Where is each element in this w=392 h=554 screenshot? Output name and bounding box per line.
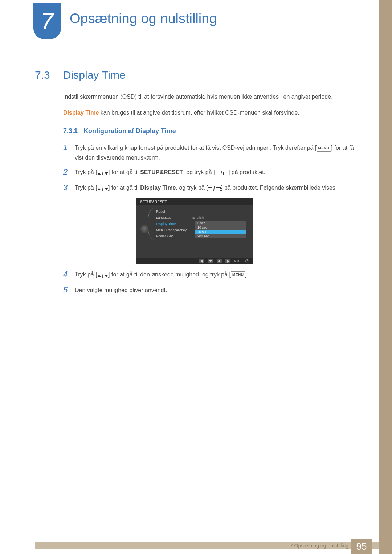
section-title: Display Time bbox=[63, 69, 126, 81]
step-5-number: 5 bbox=[63, 285, 70, 295]
step-1-a: Tryk på en vilkårlig knap forrest på pro… bbox=[75, 145, 317, 151]
source-enter-icon: / bbox=[208, 184, 221, 194]
osd-dropdown-options: 5 sec 10 sec 20 sec 200 sec bbox=[195, 221, 246, 238]
step-3-text: Tryk på [/] for at gå til Display Time, … bbox=[75, 183, 354, 194]
source-enter-icon: / bbox=[215, 168, 228, 178]
osd-nav-left-icon bbox=[199, 259, 204, 263]
step-2-number: 2 bbox=[63, 167, 70, 178]
step-2-a: Tryk på [ bbox=[75, 169, 97, 175]
osd-nav-up-icon bbox=[217, 259, 222, 263]
osd-item-language: Language:English bbox=[150, 214, 250, 221]
step-4-b: ] for at gå til den ønskede mulighed, og… bbox=[108, 271, 231, 278]
step-3-d: ] på produktet. Følgende skærmbillede vi… bbox=[221, 185, 337, 191]
osd-option: 10 sec bbox=[195, 225, 246, 230]
step-3-b: ] for at gå til bbox=[108, 185, 140, 191]
step-1-number: 1 bbox=[63, 143, 70, 163]
gear-icon bbox=[141, 226, 148, 232]
osd-auto-label: AUTO bbox=[234, 260, 242, 262]
side-stripe bbox=[379, 0, 392, 554]
step-3-a: Tryk på [ bbox=[75, 185, 97, 191]
step-4-number: 4 bbox=[63, 270, 70, 281]
intro-paragraph-1: Indstil skærmmenuen (OSD) til at forsvin… bbox=[63, 92, 354, 102]
osd-nav-right-icon bbox=[225, 259, 230, 263]
page-number: 95 bbox=[351, 539, 372, 554]
osd-nav-down-icon bbox=[208, 259, 213, 263]
step-4-a: Tryk på [ bbox=[75, 271, 97, 278]
svg-marker-3 bbox=[227, 260, 229, 263]
step-2-text: Tryk på [/] for at gå til SETUP&RESET, o… bbox=[75, 167, 354, 178]
osd-item-reset: Reset bbox=[150, 208, 250, 214]
step-5-text: Den valgte mulighed bliver anvendt. bbox=[75, 285, 354, 295]
menu-button-icon: MENU bbox=[317, 145, 331, 152]
intro-paragraph-2: Display Time kan bruges til at angive de… bbox=[63, 108, 354, 118]
chapter-tab: 7 bbox=[33, 3, 61, 39]
section-number: 7.3 bbox=[35, 69, 55, 81]
step-2-d: ] på produktet. bbox=[228, 169, 265, 175]
osd-title: SETUP&RESET bbox=[136, 198, 253, 205]
step-3-number: 3 bbox=[63, 183, 70, 194]
intro-p2-rest: kan bruges til at angive det tidsrum, ef… bbox=[99, 110, 299, 116]
step-4: 4 Tryk på [/] for at gå til den ønskede … bbox=[63, 270, 354, 281]
osd-bottom-bar: AUTO bbox=[136, 258, 253, 264]
osd-screenshot: SETUP&RESET Reset Language:English Displ… bbox=[136, 198, 253, 264]
step-2-c: , og tryk på [ bbox=[183, 169, 215, 175]
page-footer: 7 Opsætning og nulstilling 95 bbox=[0, 537, 392, 554]
chapter-number: 7 bbox=[41, 7, 54, 35]
step-3: 3 Tryk på [/] for at gå til Display Time… bbox=[63, 183, 354, 194]
highlight-display-time: Display Time bbox=[63, 110, 99, 116]
osd-option-selected: 20 sec bbox=[195, 230, 246, 234]
svg-marker-0 bbox=[201, 260, 203, 263]
up-down-icon: / bbox=[97, 184, 108, 194]
step-4-text: Tryk på [/] for at gå til den ønskede mu… bbox=[75, 270, 354, 281]
step-1-text: Tryk på en vilkårlig knap forrest på pro… bbox=[75, 143, 354, 163]
svg-marker-1 bbox=[209, 260, 212, 262]
step-2-b: ] for at gå til bbox=[108, 169, 140, 175]
section-heading: 7.3 Display Time bbox=[35, 69, 354, 81]
footer-text: 7 Opsætning og nulstilling bbox=[290, 542, 348, 549]
step-3-c: , og tryk på [ bbox=[176, 185, 208, 191]
power-icon bbox=[245, 259, 249, 263]
menu-button-icon: MENU bbox=[231, 271, 245, 278]
content-area: 7.3 Display Time Indstil skærmmenuen (OS… bbox=[35, 69, 354, 299]
chapter-title: Opsætning og nulstilling bbox=[70, 11, 217, 26]
step-3-target: Display Time bbox=[140, 185, 176, 191]
osd-option: 5 sec bbox=[195, 221, 246, 225]
subsection-title: Konfiguration af Display Time bbox=[83, 127, 176, 135]
svg-marker-2 bbox=[218, 260, 221, 262]
subsection-heading: 7.3.1 Konfiguration af Display Time bbox=[63, 127, 354, 135]
step-4-c: ]. bbox=[245, 271, 249, 278]
step-2: 2 Tryk på [/] for at gå til SETUP&RESET,… bbox=[63, 167, 354, 178]
osd-curve-decoration bbox=[148, 208, 155, 240]
up-down-icon: / bbox=[97, 168, 108, 178]
subsection-number: 7.3.1 bbox=[63, 127, 78, 135]
step-1: 1 Tryk på en vilkårlig knap forrest på p… bbox=[63, 143, 354, 163]
step-5: 5 Den valgte mulighed bliver anvendt. bbox=[63, 285, 354, 295]
osd-option: 200 sec bbox=[195, 234, 246, 238]
up-down-icon: / bbox=[97, 271, 108, 281]
step-2-target: SETUP&RESET bbox=[140, 169, 183, 175]
